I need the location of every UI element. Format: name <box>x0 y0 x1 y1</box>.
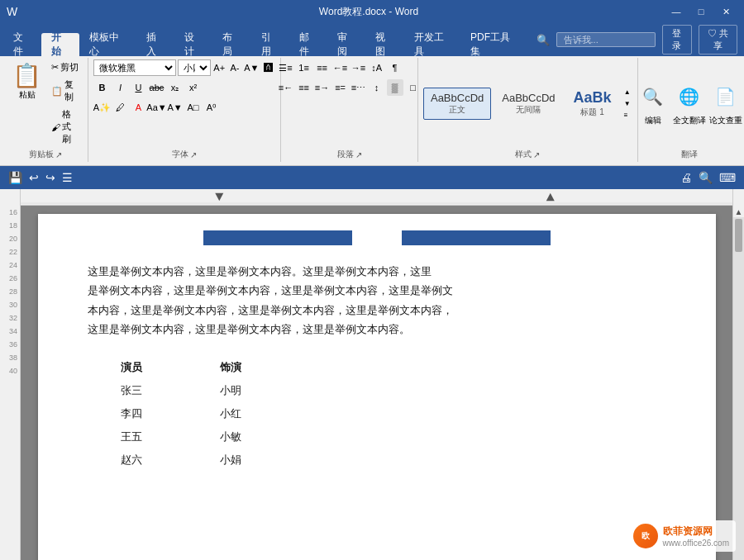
distributed-button[interactable]: ≡⋯ <box>351 79 367 96</box>
window-controls: — □ ✕ <box>665 4 737 19</box>
show-formatting-button[interactable]: ¶ <box>387 59 403 76</box>
table-header-role: 饰演 <box>220 356 319 379</box>
ruler <box>0 189 744 206</box>
styles-more-arrow[interactable]: ≡ <box>622 110 632 121</box>
line-20: 20 <box>9 232 20 245</box>
underline-button[interactable]: U <box>130 79 146 96</box>
find-button[interactable]: 🔍 <box>697 169 714 186</box>
search-input[interactable] <box>556 32 656 47</box>
line-26: 26 <box>9 272 20 285</box>
cast-table: 演员 饰演 张三 小明 李四 小红 王五 小敏 <box>121 356 319 472</box>
paragraph-expand-icon[interactable]: ↗ <box>355 150 362 159</box>
decrease-font-button[interactable]: A- <box>228 59 242 76</box>
share-button[interactable]: ♡ 共享 <box>699 25 738 55</box>
clear-format-button[interactable]: 🅰 <box>261 59 275 76</box>
styles-down-arrow[interactable]: ▼ <box>622 98 632 109</box>
login-button[interactable]: 登录 <box>662 25 692 55</box>
format-painter-button[interactable]: 🖌 格式刷 <box>47 107 83 147</box>
tab-layout[interactable]: 布局 <box>212 33 250 56</box>
justify-button[interactable]: ≡= <box>332 79 349 96</box>
tab-mailings[interactable]: 邮件 <box>289 33 327 56</box>
sort-button[interactable]: ↕A <box>369 59 385 76</box>
font-color-button[interactable]: A <box>130 99 146 116</box>
search-button[interactable]: 🔍 <box>637 80 670 113</box>
font-options-button[interactable]: A▼ <box>243 59 260 76</box>
font-expand-icon[interactable]: ↗ <box>190 150 197 159</box>
font-name-select[interactable]: 微软雅黑 <box>93 59 175 76</box>
numbering-button[interactable]: 1≡ <box>296 59 312 76</box>
copy-button[interactable]: 📋 复制 <box>47 77 83 105</box>
line-32: 32 <box>9 311 20 325</box>
char-shading-button[interactable]: A▼ <box>166 99 183 116</box>
document-area: 16 18 20 22 24 26 28 30 32 34 36 38 40 这… <box>0 206 744 560</box>
styles-up-arrow[interactable]: ▲ <box>622 87 632 97</box>
highlight-button[interactable]: 🖊 <box>112 99 128 116</box>
tab-developer[interactable]: 开发工具 <box>404 33 460 56</box>
tab-file[interactable]: 文件 <box>3 33 41 56</box>
vertical-scrollbar[interactable]: ▲ ▼ <box>732 206 744 560</box>
text-effect-button[interactable]: A✨ <box>93 99 110 116</box>
paste-button[interactable]: 📋 粘贴 <box>8 59 45 103</box>
font-size-select[interactable]: 小四 <box>178 59 211 76</box>
table-cell-actor-3: 王五 <box>121 425 220 448</box>
tab-template[interactable]: 模板中心 <box>79 33 136 56</box>
redo-button[interactable]: ↪ <box>44 169 57 186</box>
scroll-thumb[interactable] <box>735 219 742 252</box>
close-button[interactable]: ✕ <box>714 4 737 19</box>
keyboard-button[interactable]: ⌨ <box>718 169 737 186</box>
styles-expand-icon[interactable]: ↗ <box>533 150 540 159</box>
italic-button[interactable]: I <box>112 79 128 96</box>
scroll-track[interactable] <box>733 217 744 560</box>
tab-references[interactable]: 引用 <box>251 33 289 56</box>
format-painter-icon: 🖌 <box>51 122 60 132</box>
phonetics-button[interactable]: A⁰ <box>203 99 219 116</box>
style-normal[interactable]: AaBbCcDd 正文 <box>423 88 491 120</box>
full-translate-button[interactable]: 🌐 <box>673 80 706 113</box>
line-36: 36 <box>9 338 20 351</box>
style-heading1[interactable]: AaBk 标题 1 <box>566 85 619 122</box>
paragraph-label: 段落 ↗ <box>337 147 362 160</box>
minimize-button[interactable]: — <box>665 4 688 19</box>
increase-indent-button[interactable]: →≡ <box>351 59 367 76</box>
tab-home[interactable]: 开始 <box>41 33 79 56</box>
multilevel-list-button[interactable]: ≡≡ <box>314 59 331 76</box>
undo-button[interactable]: ↩ <box>27 169 41 186</box>
tab-design[interactable]: 设计 <box>174 33 212 56</box>
clipboard-expand-icon[interactable]: ↗ <box>55 150 62 159</box>
strikethrough-button[interactable]: abc <box>148 79 165 96</box>
align-right-button[interactable]: ≡→ <box>314 79 331 96</box>
decrease-indent-button[interactable]: ←≡ <box>332 59 349 76</box>
increase-font-button[interactable]: A+ <box>212 59 227 76</box>
subscript-button[interactable]: x₂ <box>166 79 183 96</box>
document-text[interactable]: 这里是举例文本内容，这里是举例文本内容。这里是举例文本内容，这里 是举例文本内容… <box>88 262 666 339</box>
print-button[interactable]: 🖨 <box>679 169 694 186</box>
align-center-button[interactable]: ≡≡ <box>296 79 312 96</box>
line-spacing-button[interactable]: ↕ <box>369 79 385 96</box>
maximize-button[interactable]: □ <box>689 4 713 19</box>
change-case-button[interactable]: Aa▼ <box>148 99 165 116</box>
menu-button[interactable]: ☰ <box>60 169 74 186</box>
bullet-list-button[interactable]: ☰≡ <box>278 59 294 76</box>
table-row: 李四 小红 <box>121 402 319 425</box>
table-row: 张三 小明 <box>121 379 319 402</box>
document-scroll[interactable]: 这里是举例文本内容，这里是举例文本内容。这里是举例文本内容，这里 是举例文本内容… <box>21 206 732 560</box>
char-border-button[interactable]: A□ <box>184 99 201 116</box>
bold-button[interactable]: B <box>93 79 110 96</box>
styles-label: 样式 ↗ <box>515 147 540 160</box>
tab-review[interactable]: 审阅 <box>327 33 365 56</box>
cut-button[interactable]: ✂ 剪切 <box>47 59 83 75</box>
style-no-spacing[interactable]: AaBbCcDd 无间隔 <box>494 88 562 120</box>
styles-group: AaBbCcDd 正文 AaBbCcDd 无间隔 AaBk 标题 1 ▲ ▼ ≡ <box>418 58 638 162</box>
superscript-button[interactable]: x² <box>184 79 201 96</box>
tab-view[interactable]: 视图 <box>365 33 403 56</box>
table-cell-role-4: 小娟 <box>220 448 319 472</box>
table-cell-actor-2: 李四 <box>121 402 220 425</box>
scroll-up-arrow[interactable]: ▲ <box>733 206 744 217</box>
styles-scroll-buttons: ▲ ▼ ≡ <box>622 87 632 121</box>
save-button[interactable]: 💾 <box>7 169 24 186</box>
tab-insert[interactable]: 插入 <box>136 33 174 56</box>
paper-check-button[interactable]: 📄 <box>709 80 742 113</box>
align-left-button[interactable]: ≡← <box>278 79 294 96</box>
shading-button[interactable]: ▒ <box>387 79 403 96</box>
tab-pdf[interactable]: PDF工具集 <box>460 33 527 56</box>
